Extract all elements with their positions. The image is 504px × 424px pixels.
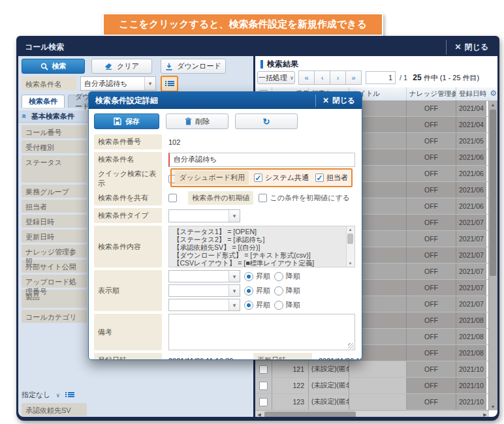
field-chip: 業務グループ bbox=[22, 185, 87, 198]
close-icon: ✕ bbox=[454, 42, 461, 52]
sort-asc-radio[interactable] bbox=[244, 301, 253, 310]
scroll-down-icon[interactable]: ▼ bbox=[347, 260, 354, 267]
cell-knowledge: OFF bbox=[407, 264, 456, 279]
download-button[interactable]: ダウンロード bbox=[161, 59, 226, 74]
list-icon[interactable] bbox=[65, 391, 74, 399]
modal-close-button[interactable]: ✕ 閉じる bbox=[315, 95, 362, 107]
cell-call-number: 123 bbox=[272, 394, 309, 410]
tab-search-condition[interactable]: 検索条件 bbox=[22, 95, 65, 108]
scroll-up-icon[interactable]: ▲ bbox=[347, 226, 354, 233]
sort-asc-label: 昇順 bbox=[256, 300, 270, 310]
dashboard-option-checkbox[interactable]: ✓ bbox=[315, 174, 324, 182]
col-knowledge[interactable]: ナレッジ管理参照 bbox=[407, 87, 456, 100]
gear-icon[interactable]: ⚙ bbox=[490, 89, 497, 98]
bulk-action-button[interactable]: 一括処理 ∨ bbox=[257, 71, 295, 84]
condition-type-select[interactable]: ▾ bbox=[168, 209, 240, 222]
cell-customer: (未設定)(匿名) bbox=[309, 378, 349, 393]
condition-settings-list-button[interactable] bbox=[161, 76, 178, 92]
content-scrollbar-thumb[interactable] bbox=[347, 234, 353, 244]
scroll-down-icon[interactable]: ▼ bbox=[489, 402, 497, 410]
sort-order-row: 表示順 ▾昇順降順▾昇順降順▾昇順降順 bbox=[94, 270, 355, 311]
sort-desc-radio[interactable] bbox=[274, 286, 283, 295]
sort-field-select[interactable]: ▾ bbox=[168, 270, 240, 282]
scroll-up-icon[interactable]: ▲ bbox=[489, 100, 497, 108]
window-close-button[interactable]: ✕ 閉じる bbox=[446, 40, 497, 55]
bulk-action-label: 一括処理 bbox=[259, 73, 287, 83]
close-icon: ✕ bbox=[323, 96, 329, 105]
condition-content-row: 検索条件内容 【ステータス1】 = [OPEN]【ステータス2】 = [承認待ち… bbox=[94, 226, 355, 267]
field-chip: ナレッジ管理参照 bbox=[22, 245, 87, 258]
sort-desc-label: 降順 bbox=[286, 300, 300, 310]
screen: コール検索 ✕ 閉じる 検索 クリア ダウンロード bbox=[0, 0, 504, 424]
sort-field-select[interactable]: ▾ bbox=[168, 299, 240, 311]
table-row[interactable]: 121(未設定)(匿名)OFF2021/10 bbox=[255, 361, 497, 378]
list-icon bbox=[165, 80, 174, 88]
search-button[interactable]: 検索 bbox=[22, 59, 85, 74]
eraser-icon bbox=[104, 63, 113, 70]
condition-content-line: 【承認依頼先SV】 = [(自分)] bbox=[173, 243, 345, 251]
chevron-down-icon: ▾ bbox=[228, 285, 240, 296]
row-checkbox[interactable] bbox=[259, 382, 268, 390]
content-scrollbar[interactable]: ▲ ▼ bbox=[346, 226, 354, 267]
tooltip-create-new-text: ここをクリックすると、検索条件設定を新規作成できる bbox=[102, 13, 383, 36]
share-condition-checkbox[interactable] bbox=[168, 194, 177, 202]
horizontal-scrollbar-thumb[interactable] bbox=[264, 412, 356, 417]
cell-knowledge: OFF bbox=[407, 296, 456, 312]
cell-reg-date: 2021/07 bbox=[456, 231, 486, 247]
page-input[interactable] bbox=[366, 71, 396, 84]
table-row[interactable]: 122(未設定)(匿名)OFF2021/10 bbox=[255, 378, 497, 394]
condition-name-input[interactable] bbox=[168, 153, 355, 167]
dashboard-option-checkbox[interactable]: ✓ bbox=[254, 174, 262, 182]
row-checkbox[interactable] bbox=[259, 365, 268, 374]
sort-desc-radio[interactable] bbox=[274, 301, 283, 310]
scroll-right-icon[interactable]: ▶ bbox=[481, 411, 489, 417]
save-button[interactable]: 保存 bbox=[94, 114, 159, 129]
cell-reg-date: 2021/07 bbox=[456, 296, 486, 312]
download-icon bbox=[165, 63, 173, 70]
trash-icon bbox=[185, 117, 192, 125]
modal-titlebar: 検索条件設定詳細 ✕ 閉じる bbox=[89, 92, 362, 109]
col-reg-date[interactable]: 登録日時 bbox=[456, 87, 486, 100]
cell-title bbox=[349, 361, 407, 377]
modal-toolbar: 保存 削除 ↻ bbox=[94, 114, 355, 129]
initial-value-checkbox[interactable] bbox=[259, 194, 267, 202]
sidebar-fields: コール番号受付種別ステータス業務グループ担当者登録日時更新日時ナレッジ管理参照外… bbox=[22, 125, 93, 325]
cell-knowledge: OFF bbox=[407, 329, 456, 344]
pager-prev-button[interactable]: ‹ bbox=[314, 70, 330, 85]
delete-button[interactable]: 削除 bbox=[166, 114, 228, 129]
sort-desc-radio[interactable] bbox=[274, 272, 283, 281]
vertical-scrollbar-thumb[interactable] bbox=[490, 110, 496, 276]
sort-desc-label: 降順 bbox=[286, 286, 300, 295]
horizontal-scrollbar[interactable]: ◀ ▶ bbox=[255, 410, 489, 417]
new-condition-button[interactable]: ↻ bbox=[235, 114, 298, 129]
condition-content-line: 【ダウンロード形式】 = [テキスト形式(csv)] bbox=[173, 251, 345, 259]
cell-customer: (未設定)(匿名) bbox=[309, 394, 349, 410]
condition-name-select[interactable]: 自分承認待ち ▾ bbox=[80, 76, 156, 91]
pager-last-button[interactable]: » bbox=[345, 70, 362, 85]
chevron-down-icon: ▾ bbox=[144, 77, 155, 90]
dashboard-option-label: 担当者 bbox=[326, 173, 348, 183]
sort-order-line: ▾昇順降順 bbox=[168, 270, 300, 282]
condition-content-box[interactable]: 【ステータス1】 = [OPEN]【ステータス2】 = [承認待ち]【承認依頼先… bbox=[168, 226, 355, 267]
pager-next-button[interactable]: › bbox=[330, 70, 346, 85]
cell-reg-date: 2021/05 bbox=[456, 133, 486, 149]
share-condition-row: 検索条件を共有 検索条件の初期値 この条件を初期値にする bbox=[94, 190, 355, 205]
cell-knowledge: OFF bbox=[407, 149, 456, 165]
call-category-value-row[interactable]: 指定なし ∨ bbox=[22, 390, 113, 400]
sort-asc-radio[interactable] bbox=[244, 286, 253, 295]
cell-knowledge: OFF bbox=[407, 378, 456, 393]
table-row[interactable]: 123(未設定)(匿名)OFF2021/10 bbox=[255, 394, 497, 410]
sort-field-select[interactable]: ▾ bbox=[168, 284, 240, 297]
vertical-scrollbar[interactable]: ▲ ▼ bbox=[488, 100, 497, 410]
remarks-textarea[interactable] bbox=[168, 314, 355, 350]
row-checkbox-cell bbox=[255, 361, 272, 377]
row-checkbox[interactable] bbox=[259, 398, 268, 406]
sort-asc-radio[interactable] bbox=[244, 272, 253, 281]
scroll-left-icon[interactable]: ◀ bbox=[255, 411, 263, 417]
condition-number-value: 102 bbox=[168, 138, 180, 146]
resize-grip-icon[interactable] bbox=[348, 343, 354, 349]
cell-knowledge: OFF bbox=[407, 231, 456, 247]
sort-order-line: ▾昇順降順 bbox=[168, 284, 300, 297]
clear-button[interactable]: クリア bbox=[91, 59, 152, 74]
pager-first-button[interactable]: « bbox=[298, 70, 315, 85]
